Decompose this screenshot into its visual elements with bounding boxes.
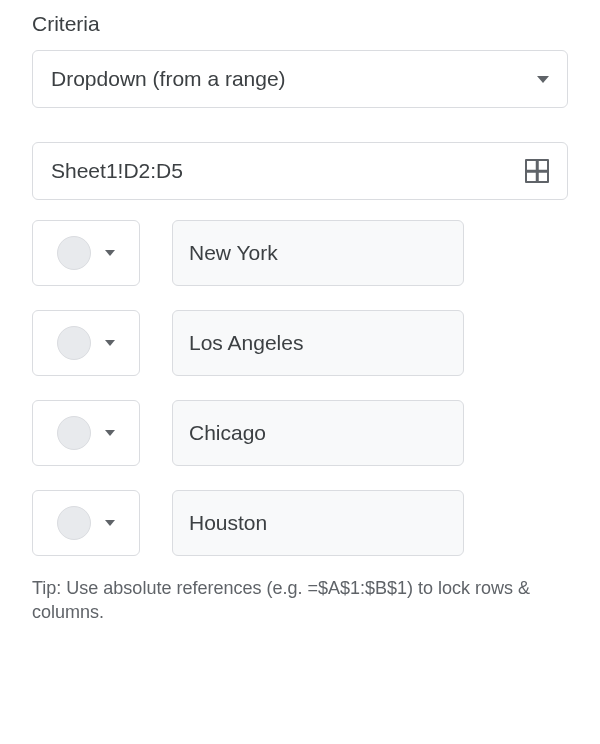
option-label: New York [189, 241, 278, 265]
color-picker[interactable] [32, 310, 140, 376]
option-value-box: Chicago [172, 400, 464, 466]
criteria-label: Criteria [32, 12, 568, 36]
option-row: Houston [32, 490, 568, 556]
option-row: New York [32, 220, 568, 286]
option-label: Houston [189, 511, 267, 535]
option-value-box: Houston [172, 490, 464, 556]
chevron-down-icon [537, 76, 549, 83]
chevron-down-icon [105, 250, 115, 256]
criteria-type-value: Dropdown (from a range) [51, 67, 286, 91]
chevron-down-icon [105, 340, 115, 346]
chevron-down-icon [105, 430, 115, 436]
option-value-box: New York [172, 220, 464, 286]
select-range-icon[interactable] [525, 159, 549, 183]
option-row: Chicago [32, 400, 568, 466]
option-value-box: Los Angeles [172, 310, 464, 376]
option-label: Chicago [189, 421, 266, 445]
range-input[interactable]: Sheet1!D2:D5 [32, 142, 568, 200]
color-picker[interactable] [32, 220, 140, 286]
chevron-down-icon [105, 520, 115, 526]
criteria-type-dropdown[interactable]: Dropdown (from a range) [32, 50, 568, 108]
color-swatch-icon [57, 506, 91, 540]
color-swatch-icon [57, 236, 91, 270]
option-row: Los Angeles [32, 310, 568, 376]
tip-text: Tip: Use absolute references (e.g. =$A$1… [32, 576, 568, 625]
option-label: Los Angeles [189, 331, 303, 355]
range-value: Sheet1!D2:D5 [51, 159, 183, 183]
color-picker[interactable] [32, 490, 140, 556]
color-swatch-icon [57, 416, 91, 450]
color-swatch-icon [57, 326, 91, 360]
color-picker[interactable] [32, 400, 140, 466]
